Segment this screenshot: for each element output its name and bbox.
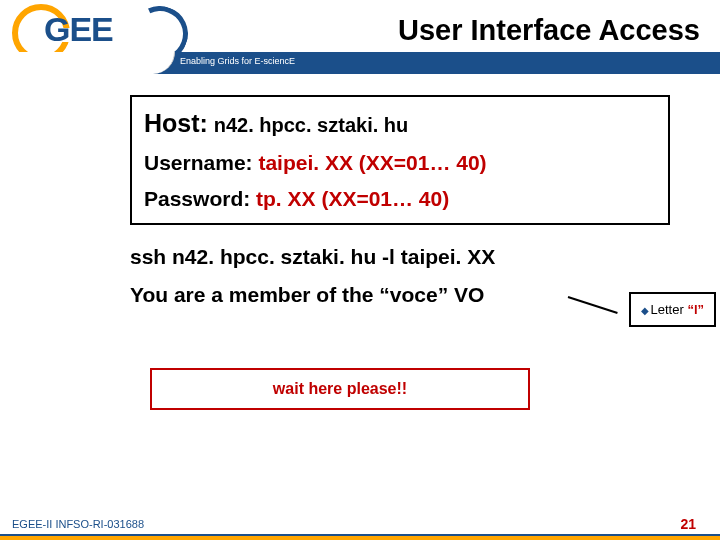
username-label: Username: <box>144 151 253 174</box>
letter-callout: ◆Letter “l” <box>629 292 716 327</box>
credentials-box: Host: n42. hpcc. sztaki. hu Username: ta… <box>130 95 670 225</box>
page-number: 21 <box>680 516 696 532</box>
callout-prefix: Letter <box>651 302 688 317</box>
footer: EGEE-II INFSO-RI-031688 21 <box>0 512 720 540</box>
logo-text: GEE <box>44 10 113 48</box>
wait-box: wait here please!! <box>150 368 530 410</box>
ssh-command: ssh n42. hpcc. sztaki. hu -l taipei. XX <box>130 245 670 269</box>
footer-id: EGEE-II INFSO-RI-031688 <box>12 518 144 530</box>
bullet-icon: ◆ <box>641 305 649 316</box>
host-label: Host: <box>144 109 208 137</box>
username-value: taipei. XX (XX=01… 40) <box>258 151 486 174</box>
callout-letter: “l” <box>687 302 704 317</box>
host-value: n42. hpcc. sztaki. hu <box>214 114 409 136</box>
password-label: Password: <box>144 187 250 210</box>
slide-title: User Interface Access <box>398 14 700 47</box>
slide-header: GEE User Interface Access Enabling Grids… <box>0 0 720 72</box>
wait-text: wait here please!! <box>273 380 407 397</box>
tagline: Enabling Grids for E-sciencE <box>180 56 295 66</box>
password-value: tp. XX (XX=01… 40) <box>256 187 449 210</box>
content-area: Host: n42. hpcc. sztaki. hu Username: ta… <box>130 95 670 307</box>
